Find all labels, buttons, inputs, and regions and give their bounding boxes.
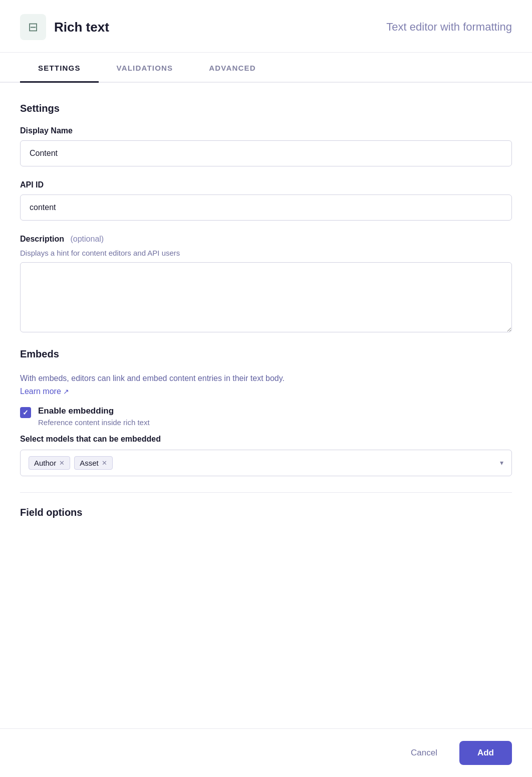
- select-models-label: Select models that can be embedded: [20, 435, 512, 444]
- models-select-box[interactable]: Author ✕ Asset ✕ ▾: [20, 450, 512, 476]
- divider: [20, 492, 512, 493]
- footer: Cancel Add: [0, 728, 532, 777]
- enable-embedding-content: Enable embedding Reference content insid…: [38, 406, 512, 427]
- external-link-icon: ↗: [63, 387, 69, 396]
- model-tag-asset-remove[interactable]: ✕: [102, 459, 107, 467]
- embeds-description: With embeds, editors can link and embed …: [20, 372, 512, 385]
- enable-embedding-label: Enable embedding: [38, 406, 512, 416]
- model-tag-author-label: Author: [34, 459, 56, 467]
- checkmark-icon: ✓: [23, 409, 29, 417]
- learn-more-link[interactable]: Learn more ↗: [20, 387, 69, 396]
- model-tag-asset-label: Asset: [80, 459, 99, 467]
- models-dropdown-arrow-icon: ▾: [500, 459, 503, 467]
- field-options-title: Field options: [20, 507, 512, 518]
- optional-label: (optional): [70, 235, 104, 243]
- display-name-field-group: Display Name: [20, 126, 512, 166]
- description-label: Description (optional): [20, 235, 512, 244]
- model-tag-author-remove[interactable]: ✕: [59, 459, 65, 467]
- embeds-section-title: Embeds: [20, 348, 512, 360]
- display-name-input[interactable]: [20, 140, 512, 166]
- rich-text-icon: ⊟: [28, 20, 38, 34]
- header-left: ⊟ Rich text: [20, 14, 109, 40]
- display-name-label: Display Name: [20, 126, 512, 135]
- description-hint: Displays a hint for content editors and …: [20, 249, 512, 257]
- api-id-label: API ID: [20, 180, 512, 189]
- header: ⊟ Rich text Text editor with formatting: [0, 0, 532, 53]
- embeds-section: Embeds With embeds, editors can link and…: [20, 348, 512, 476]
- tab-advanced[interactable]: ADVANCED: [191, 55, 274, 83]
- model-tag-author: Author ✕: [29, 456, 70, 470]
- add-button[interactable]: Add: [459, 741, 512, 765]
- content-area: Settings Display Name API ID Description…: [0, 83, 532, 728]
- enable-embedding-checkbox[interactable]: ✓: [20, 407, 31, 418]
- tab-settings[interactable]: SETTINGS: [20, 55, 99, 83]
- api-id-input[interactable]: [20, 195, 512, 221]
- description-textarea[interactable]: [20, 262, 512, 332]
- panel: ⊟ Rich text Text editor with formatting …: [0, 0, 532, 777]
- field-type-subtitle: Text editor with formatting: [386, 21, 512, 34]
- enable-embedding-row: ✓ Enable embedding Reference content ins…: [20, 406, 512, 427]
- cancel-button[interactable]: Cancel: [399, 742, 449, 764]
- tab-validations[interactable]: VALIDATIONS: [99, 55, 191, 83]
- enable-embedding-sublabel: Reference content inside rich text: [38, 418, 512, 427]
- settings-section-title: Settings: [20, 103, 512, 114]
- field-type-icon-wrapper: ⊟: [20, 14, 46, 40]
- field-type-title: Rich text: [54, 20, 109, 35]
- tabs: SETTINGS VALIDATIONS ADVANCED: [0, 55, 532, 83]
- api-id-field-group: API ID: [20, 180, 512, 221]
- description-field-group: Description (optional) Displays a hint f…: [20, 235, 512, 334]
- model-tag-asset: Asset ✕: [74, 456, 113, 470]
